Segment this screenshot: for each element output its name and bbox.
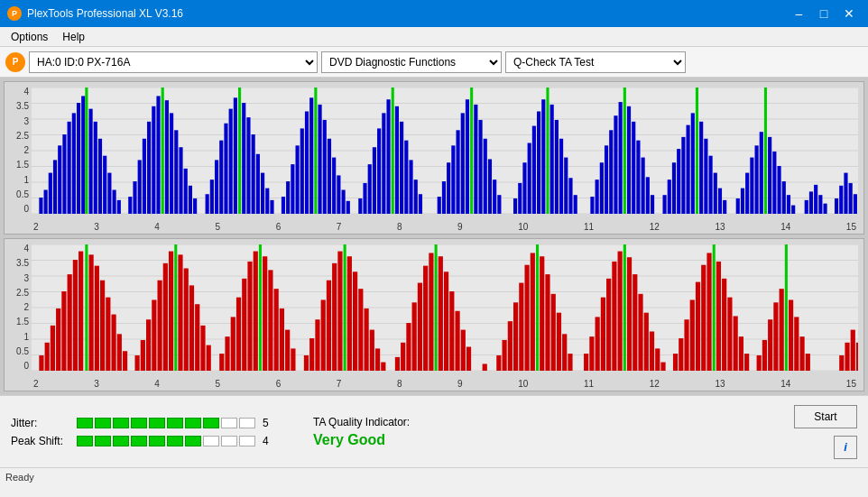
- peak-seg-2: [95, 436, 111, 446]
- svg-rect-211: [259, 244, 262, 371]
- svg-rect-128: [662, 195, 666, 214]
- jitter-seg-3: [113, 418, 129, 428]
- svg-rect-94: [474, 105, 477, 214]
- test-select[interactable]: Q-Check TA Test: [505, 51, 686, 73]
- window-title: PlexTools Professional XL V3.16: [27, 7, 183, 20]
- svg-rect-140: [718, 189, 722, 214]
- svg-rect-300: [806, 354, 810, 371]
- top-chart-y-axis: 4 3.5 3 2.5 2 1.5 1 0.5 0: [5, 87, 32, 214]
- svg-rect-214: [274, 289, 279, 371]
- menu-help[interactable]: Help: [55, 29, 92, 45]
- svg-rect-17: [77, 103, 80, 214]
- svg-rect-102: [522, 162, 526, 214]
- svg-rect-302: [845, 343, 849, 371]
- svg-rect-285: [716, 262, 721, 371]
- start-button[interactable]: Start: [794, 405, 857, 428]
- svg-rect-66: [323, 120, 327, 214]
- svg-rect-119: [614, 115, 617, 214]
- bottom-chart-svg: [32, 244, 858, 371]
- svg-rect-237: [418, 283, 422, 371]
- svg-rect-282: [701, 265, 706, 371]
- svg-rect-25: [113, 190, 116, 214]
- svg-rect-231: [375, 348, 380, 371]
- svg-rect-23: [103, 156, 106, 214]
- maximize-button[interactable]: □: [812, 5, 836, 23]
- peak-seg-8: [203, 436, 219, 446]
- jitter-seg-9: [221, 418, 237, 428]
- menu-options[interactable]: Options: [4, 29, 55, 45]
- svg-rect-273: [644, 313, 649, 371]
- title-bar: P PlexTools Professional XL V3.16 ‒ □ ✕: [0, 0, 868, 27]
- svg-rect-271: [633, 274, 637, 371]
- svg-rect-84: [414, 179, 418, 214]
- svg-rect-264: [596, 317, 600, 371]
- svg-rect-31: [147, 122, 151, 214]
- svg-rect-22: [98, 139, 102, 214]
- svg-rect-56: [270, 200, 273, 214]
- svg-rect-97: [488, 159, 492, 214]
- svg-rect-253: [524, 265, 529, 371]
- top-chart-area: [32, 87, 858, 214]
- bottom-chart-y-axis: 4 3.5 3 2.5 2 1.5 1 0.5 0: [5, 244, 32, 371]
- svg-rect-280: [690, 299, 695, 371]
- svg-rect-186: [106, 298, 110, 371]
- svg-rect-99: [497, 195, 501, 214]
- svg-rect-29: [138, 160, 142, 214]
- svg-rect-203: [207, 345, 211, 371]
- svg-rect-68: [332, 158, 336, 214]
- svg-rect-62: [305, 111, 309, 214]
- svg-rect-212: [263, 256, 267, 371]
- charts-container: 4 3.5 3 2.5 2 1.5 1 0.5 0: [0, 78, 868, 395]
- bottom-chart-x-axis: 2 3 4 5 6 7 8 9 10 11 12 13 14 15: [32, 379, 858, 389]
- svg-rect-275: [655, 348, 660, 371]
- svg-rect-82: [404, 141, 408, 214]
- svg-rect-290: [744, 354, 749, 371]
- svg-rect-11: [49, 173, 52, 214]
- peak-seg-6: [167, 436, 183, 446]
- svg-rect-245: [461, 330, 466, 371]
- svg-rect-259: [557, 313, 561, 371]
- minimize-button[interactable]: ‒: [787, 5, 810, 23]
- svg-rect-263: [589, 336, 594, 371]
- svg-rect-125: [642, 158, 645, 214]
- svg-rect-180: [73, 260, 78, 371]
- svg-rect-158: [818, 195, 822, 214]
- function-select[interactable]: DVD Diagnostic Functions: [321, 51, 502, 73]
- svg-rect-232: [381, 363, 385, 371]
- svg-rect-217: [291, 348, 295, 371]
- svg-rect-70: [342, 190, 346, 214]
- bottom-chart-area: [32, 244, 858, 371]
- svg-rect-257: [545, 274, 549, 371]
- svg-rect-60: [295, 145, 299, 214]
- svg-rect-26: [117, 200, 121, 214]
- svg-rect-69: [337, 175, 340, 214]
- svg-rect-109: [555, 120, 559, 214]
- peak-shift-value: 4: [263, 435, 277, 447]
- svg-rect-175: [45, 343, 50, 371]
- svg-rect-204: [219, 354, 224, 371]
- svg-rect-117: [605, 145, 608, 214]
- close-button[interactable]: ✕: [837, 5, 861, 23]
- svg-rect-243: [449, 291, 454, 371]
- svg-rect-14: [62, 134, 66, 214]
- svg-rect-55: [265, 189, 269, 214]
- jitter-seg-1: [77, 418, 93, 428]
- svg-rect-250: [508, 321, 512, 371]
- svg-rect-38: [179, 147, 182, 214]
- svg-rect-50: [242, 103, 245, 214]
- svg-rect-153: [787, 195, 790, 214]
- svg-rect-64: [314, 87, 317, 214]
- svg-rect-236: [412, 302, 417, 371]
- svg-rect-114: [590, 197, 594, 214]
- drive-select[interactable]: HA:0 ID:0 PX-716A: [29, 51, 318, 73]
- svg-rect-35: [165, 100, 169, 214]
- svg-rect-291: [757, 355, 762, 371]
- status-panel: Jitter: 5 Peak Shift:: [0, 395, 868, 467]
- app-icon: P: [7, 6, 22, 21]
- svg-rect-181: [78, 252, 83, 371]
- svg-rect-227: [353, 272, 357, 371]
- svg-rect-277: [673, 354, 678, 371]
- info-button[interactable]: i: [834, 436, 857, 459]
- svg-rect-200: [189, 285, 194, 371]
- svg-rect-224: [337, 252, 342, 371]
